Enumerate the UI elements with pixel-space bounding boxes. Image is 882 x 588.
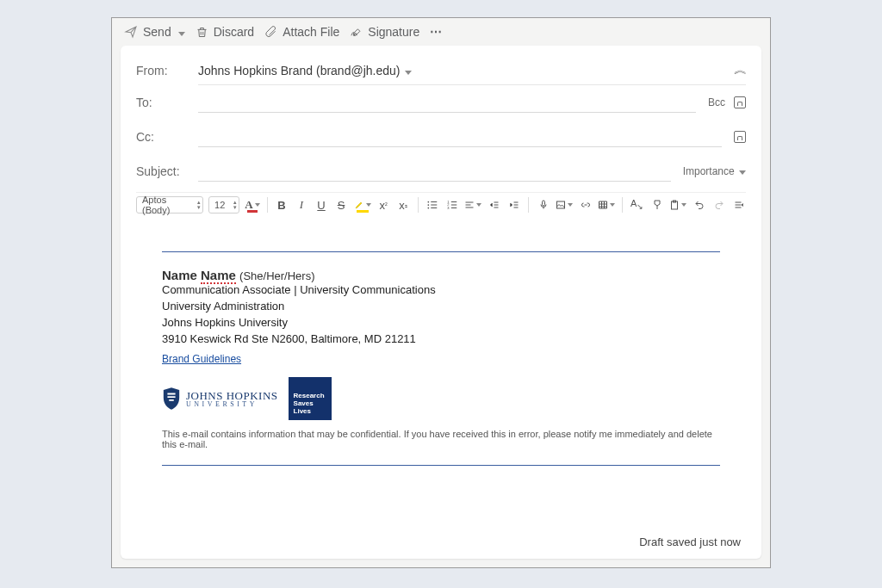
align-button[interactable]	[464, 196, 481, 214]
sig-title: Communication Associate | University Com…	[162, 282, 720, 299]
confidentiality-disclaimer: This e-mail contains information that ma…	[162, 429, 720, 449]
collapse-header-button[interactable]: ︽	[734, 63, 748, 77]
ellipsis-icon: ⋯	[430, 25, 444, 39]
divider-line	[162, 465, 720, 466]
spinner-icon: ▴▾	[233, 198, 237, 212]
message-body[interactable]: Name Name (She/Her/Hers) Communication A…	[136, 220, 746, 527]
paperclip-icon	[264, 26, 277, 39]
from-account-selector[interactable]: Johns Hopkins Brand (brand@jh.edu)	[198, 64, 412, 77]
underline-button[interactable]: U	[314, 196, 329, 214]
format-toolbar: Aptos (Body) ▴▾ 12 ▴▾ A B I U S x² x₂ 12…	[136, 192, 746, 220]
signature-label: Signature	[368, 25, 419, 39]
logo-line2: UNIVERSITY	[186, 401, 278, 408]
paste-button[interactable]	[669, 196, 686, 214]
attach-label: Attach File	[283, 25, 339, 39]
insert-picture-button[interactable]	[556, 196, 573, 214]
outdent-button[interactable]	[487, 196, 501, 214]
address-book-icon[interactable]	[734, 96, 746, 108]
insert-table-button[interactable]	[598, 196, 615, 214]
chevron-down-icon	[737, 165, 746, 177]
sig-division: University Administration	[162, 299, 720, 315]
shield-icon	[162, 387, 181, 411]
brand-guidelines-link[interactable]: Brand Guidelines	[162, 353, 241, 365]
divider-line	[162, 251, 720, 252]
rsl-line3: Lives	[294, 407, 326, 415]
font-family-selector[interactable]: Aptos (Body) ▴▾	[136, 196, 203, 214]
bold-button[interactable]: B	[275, 196, 289, 214]
signature-icon	[350, 26, 363, 39]
sig-first-name: Name	[162, 268, 197, 282]
subscript-button[interactable]: x₂	[396, 196, 411, 214]
send-label: Send	[143, 25, 171, 39]
discard-label: Discard	[214, 25, 254, 39]
spinner-icon: ▴▾	[197, 198, 201, 212]
superscript-button[interactable]: x²	[376, 196, 391, 214]
signature-name: Name Name (She/Her/Hers)	[162, 268, 720, 282]
svg-point-0	[427, 201, 429, 203]
svg-point-2	[427, 207, 429, 209]
discard-button[interactable]: Discard	[196, 25, 254, 39]
insert-link-button[interactable]	[578, 196, 593, 214]
main-toolbar: Send Discard Attach File Signature ⋯	[112, 18, 770, 46]
number-list-button[interactable]: 123	[444, 196, 459, 214]
subject-label: Subject:	[136, 164, 186, 178]
font-size-selector[interactable]: 12 ▴▾	[208, 196, 239, 214]
to-row: To: Bcc	[136, 85, 746, 120]
cc-input[interactable]	[198, 127, 722, 147]
importance-label: Importance	[683, 165, 735, 177]
bullet-list-button[interactable]	[425, 196, 439, 214]
strikethrough-button[interactable]: S	[334, 196, 349, 214]
font-color-button[interactable]: A	[245, 196, 259, 214]
redo-button[interactable]	[711, 196, 726, 214]
subject-input[interactable]	[198, 161, 671, 182]
attach-button[interactable]: Attach File	[264, 25, 339, 39]
research-saves-lives-logo: Research Saves Lives	[289, 377, 332, 420]
compose-card: From: Johns Hopkins Brand (brand@jh.edu)…	[121, 46, 761, 559]
more-options-button[interactable]: ⋯	[430, 25, 444, 39]
chevron-down-icon	[177, 25, 185, 39]
font-size-value: 12	[214, 200, 225, 210]
send-button[interactable]: Send	[124, 25, 185, 39]
from-row: From: Johns Hopkins Brand (brand@jh.edu)…	[136, 56, 746, 84]
svg-point-1	[427, 204, 429, 206]
signature-button[interactable]: Signature	[350, 25, 419, 39]
italic-button[interactable]: I	[295, 196, 309, 214]
send-icon	[124, 25, 138, 39]
format-options-button[interactable]	[731, 196, 746, 214]
cc-row: Cc:	[136, 120, 746, 154]
chevron-down-icon	[403, 64, 412, 77]
address-book-icon[interactable]	[734, 131, 746, 143]
rsl-line1: Research	[294, 392, 326, 399]
to-input[interactable]	[198, 92, 696, 113]
sig-org: Johns Hopkins University	[162, 315, 720, 331]
signature-logos: JOHNS HOPKINS UNIVERSITY Research Saves …	[162, 377, 720, 420]
dictate-button[interactable]	[536, 196, 550, 214]
compose-window: Send Discard Attach File Signature ⋯	[111, 17, 771, 568]
highlight-button[interactable]	[354, 196, 371, 214]
to-label: To:	[136, 96, 186, 109]
subject-row: Subject: Importance	[136, 154, 746, 189]
sig-pronouns: (She/Her/Hers)	[239, 269, 314, 282]
draft-status: Draft saved just now	[136, 527, 746, 552]
font-family-value: Aptos (Body)	[142, 195, 189, 215]
jhu-logo: JOHNS HOPKINS UNIVERSITY	[162, 387, 278, 411]
undo-button[interactable]	[692, 196, 706, 214]
rsl-line2: Saves	[294, 399, 326, 407]
indent-button[interactable]	[506, 196, 521, 214]
sig-address: 3910 Keswick Rd Ste N2600, Baltimore, MD…	[162, 331, 720, 348]
trash-icon	[196, 26, 208, 39]
clear-format-button[interactable]: A↘	[630, 196, 644, 214]
bcc-toggle[interactable]: Bcc	[708, 96, 725, 108]
from-value-text: Johns Hopkins Brand (brand@jh.edu)	[198, 64, 400, 77]
svg-text:3: 3	[447, 206, 450, 210]
from-label: From:	[136, 64, 186, 77]
importance-selector[interactable]: Importance	[683, 165, 746, 177]
logo-line1: JOHNS HOPKINS	[186, 390, 278, 401]
styles-button[interactable]	[649, 196, 664, 214]
cc-label: Cc:	[136, 130, 186, 144]
